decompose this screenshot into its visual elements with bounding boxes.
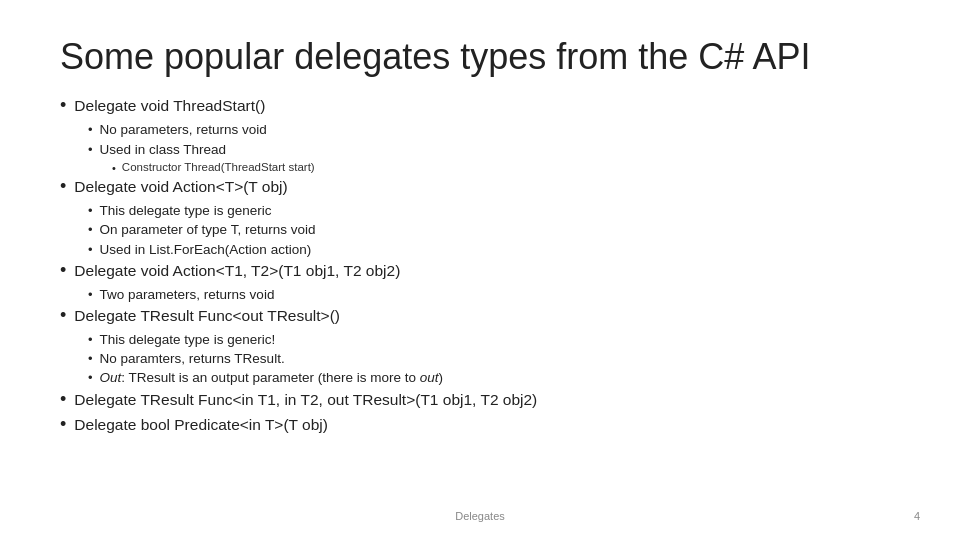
bullet-2-text: Delegate void Action<T>(T obj) [74, 177, 287, 198]
bullet-4-children: • This delegate type is generic! • No pa… [88, 331, 900, 388]
bullet-5-text: Delegate TResult Func<in T1, in T2, out … [74, 390, 537, 411]
bullet-4-2-dot: • [88, 351, 93, 366]
bullet-5-dot: • [60, 389, 66, 410]
slide: Some popular delegates types from the C#… [0, 0, 960, 540]
bullet-4-3: • Out: TResult is an output parameter (t… [88, 369, 900, 387]
bullet-4-3-italic: Out [100, 370, 122, 385]
bullet-4-3-dot: • [88, 370, 93, 385]
bullet-4-2: • No paramters, returns TResult. [88, 350, 900, 368]
bullet-2-3-dot: • [88, 242, 93, 257]
bullet-3-text: Delegate void Action<T1, T2>(T1 obj1, T2… [74, 261, 400, 282]
bullet-6-text: Delegate bool Predicate<in T>(T obj) [74, 415, 328, 436]
bullet-4-text: Delegate TResult Func<out TResult>() [74, 306, 340, 327]
slide-title: Some popular delegates types from the C#… [60, 36, 900, 78]
bullet-1-1: • No parameters, returns void [88, 121, 900, 139]
bullet-1-2-1: • Constructor Thread(ThreadStart start) [112, 160, 900, 176]
bullet-4: • Delegate TResult Func<out TResult>() [60, 306, 900, 327]
bullet-1-2-text: Used in class Thread [100, 141, 227, 159]
bullet-2-1-text: This delegate type is generic [100, 202, 272, 220]
bullet-2-1-dot: • [88, 203, 93, 218]
bullet-2-3-text: Used in List.ForEach(Action action) [100, 241, 312, 259]
bullet-3-children: • Two parameters, returns void [88, 286, 900, 304]
bullet-4-3-text: Out: TResult is an output parameter (the… [100, 369, 443, 387]
bullet-4-1: • This delegate type is generic! [88, 331, 900, 349]
bullet-1-2-children: • Constructor Thread(ThreadStart start) [112, 160, 900, 176]
bullet-3-1-text: Two parameters, returns void [100, 286, 275, 304]
bullet-4-2-text: No paramters, returns TResult. [100, 350, 285, 368]
footer-label: Delegates [0, 510, 960, 522]
bullet-1-2-1-dot: • [112, 162, 116, 174]
bullet-1-1-dot: • [88, 122, 93, 137]
page-number: 4 [914, 510, 920, 522]
bullet-6-dot: • [60, 414, 66, 435]
bullet-3-dot: • [60, 260, 66, 281]
bullet-6: • Delegate bool Predicate<in T>(T obj) [60, 415, 900, 436]
bullet-4-dot: • [60, 305, 66, 326]
slide-content: • Delegate void ThreadStart() • No param… [60, 96, 900, 435]
bullet-4-3-italic2: out [420, 370, 439, 385]
bullet-2-1: • This delegate type is generic [88, 202, 900, 220]
bullet-3: • Delegate void Action<T1, T2>(T1 obj1, … [60, 261, 900, 282]
bullet-5: • Delegate TResult Func<in T1, in T2, ou… [60, 390, 900, 411]
bullet-1-2: • Used in class Thread [88, 141, 900, 159]
bullet-1-text: Delegate void ThreadStart() [74, 96, 265, 117]
bullet-2-2-text: On parameter of type T, returns void [100, 221, 316, 239]
bullet-1-dot: • [60, 95, 66, 116]
bullet-2-children: • This delegate type is generic • On par… [88, 202, 900, 259]
bullet-2-dot: • [60, 176, 66, 197]
bullet-2-3: • Used in List.ForEach(Action action) [88, 241, 900, 259]
bullet-2-2: • On parameter of type T, returns void [88, 221, 900, 239]
bullet-1-2-1-text: Constructor Thread(ThreadStart start) [122, 160, 315, 176]
bullet-2: • Delegate void Action<T>(T obj) [60, 177, 900, 198]
bullet-1-1-text: No parameters, returns void [100, 121, 267, 139]
bullet-1-children: • No parameters, returns void • Used in … [88, 121, 900, 175]
bullet-4-1-text: This delegate type is generic! [100, 331, 276, 349]
bullet-1: • Delegate void ThreadStart() [60, 96, 900, 117]
bullet-4-1-dot: • [88, 332, 93, 347]
bullet-1-2-dot: • [88, 142, 93, 157]
bullet-2-2-dot: • [88, 222, 93, 237]
bullet-3-1-dot: • [88, 287, 93, 302]
bullet-3-1: • Two parameters, returns void [88, 286, 900, 304]
